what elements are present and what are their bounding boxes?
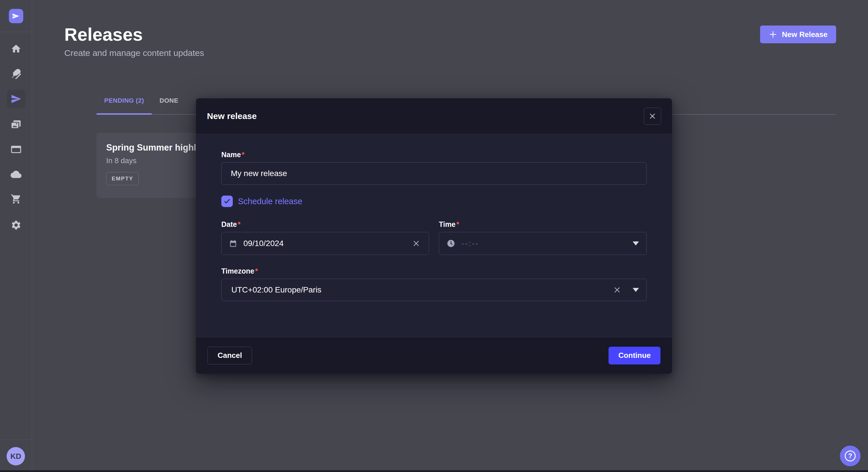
sidebar-item-media-library[interactable] [7,115,25,134]
date-time-row: Date* 09/10/2024 [221,220,647,255]
sidebar-item-marketplace[interactable] [7,190,25,208]
date-field-group: Date* 09/10/2024 [221,220,429,255]
schedule-release-label[interactable]: Schedule release [238,197,302,206]
calendar-icon [229,239,237,247]
modal-body: Name* Schedule release Date* [196,134,672,301]
media-icon [11,119,22,130]
chevron-down-icon[interactable] [632,288,639,292]
modal-close-button[interactable] [644,107,661,125]
new-release-modal: New release Name* Schedule release [196,98,672,374]
sidebar-item-deploy[interactable] [7,165,25,183]
check-icon [223,198,231,205]
plus-icon [769,30,777,39]
time-picker-field[interactable]: --:-- [439,232,647,255]
cancel-button[interactable]: Cancel [208,347,252,365]
date-picker-field[interactable]: 09/10/2024 [221,232,429,255]
continue-button[interactable]: Continue [609,347,660,365]
chevron-down-icon[interactable] [632,241,639,245]
app-screen: KD Releases Create and manage content up… [0,0,868,472]
timezone-value: UTC+02:00 Europe/Paris [229,285,321,295]
page-title: Releases [64,24,143,45]
page-subtitle: Create and manage content updates [64,48,204,58]
tab-pending[interactable]: PENDING (2) [96,87,152,114]
modal-footer: Cancel Continue [196,337,672,374]
time-placeholder: --:-- [462,239,479,248]
cloud-icon [11,169,22,180]
name-input[interactable] [221,162,647,185]
date-value: 09/10/2024 [243,239,284,248]
schedule-release-row: Schedule release [221,196,647,207]
sidebar-item-content-manager[interactable] [7,140,25,159]
date-label: Date* [221,220,241,228]
required-asterisk: * [456,220,459,228]
time-field-group: Time* --:-- [439,220,647,255]
timezone-field-group: Timezone* UTC+02:00 Europe/Paris [221,267,647,301]
status-badge: EMPTY [106,172,138,185]
sidebar-footer: KD [0,440,32,472]
sidebar: KD [0,0,32,472]
home-icon [11,43,22,54]
new-release-button[interactable]: New Release [760,26,836,43]
sidebar-item-releases[interactable] [7,90,25,108]
date-clear-button[interactable] [411,238,422,248]
close-icon [649,112,656,120]
logo-section [0,0,32,32]
new-release-label: New Release [782,30,828,39]
sidebar-item-content[interactable] [7,64,25,82]
question-mark-icon: ? [845,450,856,461]
clear-x-icon [412,239,420,247]
send-logo-icon [12,12,20,20]
sidebar-item-settings[interactable] [7,216,25,234]
feather-icon [11,68,22,79]
screen-edge-strip [0,470,868,472]
help-button[interactable]: ? [840,446,861,466]
gear-icon [11,220,22,231]
modal-header: New release [196,98,672,134]
name-field-group: Name* [221,150,647,185]
clear-x-icon [613,286,621,294]
modal-title: New release [207,111,257,121]
timezone-label: Timezone* [221,267,258,275]
required-asterisk: * [255,267,258,275]
timezone-clear-button[interactable] [612,285,622,295]
layout-icon [11,144,22,155]
tab-done[interactable]: DONE [152,87,186,114]
send-icon [11,94,22,104]
timezone-select-field[interactable]: UTC+02:00 Europe/Paris [221,279,647,301]
required-asterisk: * [242,150,245,159]
avatar[interactable]: KD [7,447,25,465]
sidebar-item-home[interactable] [7,40,25,58]
cart-icon [11,194,22,204]
name-label: Name* [221,150,245,159]
clock-icon [446,239,455,248]
app-logo[interactable] [9,9,23,23]
schedule-release-checkbox[interactable] [221,196,233,207]
time-label: Time* [439,220,459,228]
required-asterisk: * [238,220,241,228]
